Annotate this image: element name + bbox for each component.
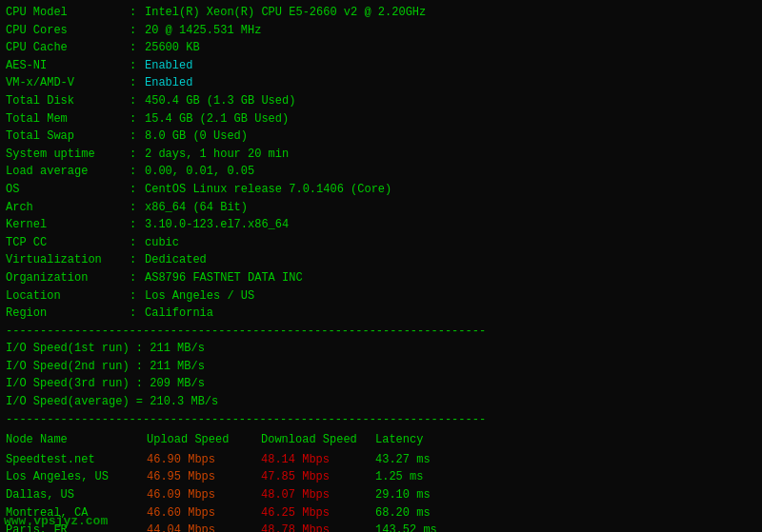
table-row: Paris, FR 44.04 Mbps 48.78 Mbps 143.52 m… xyxy=(6,522,756,532)
latency: 1.25 ms xyxy=(375,468,471,486)
uptime-label: System uptime xyxy=(6,146,130,164)
org-row: Organization : AS8796 FASTNET DATA INC xyxy=(6,269,756,287)
kernel-label: Kernel xyxy=(6,216,130,234)
vm-amd-value: Enabled xyxy=(145,74,192,92)
latency: 143.52 ms xyxy=(375,522,471,532)
latency: 68.20 ms xyxy=(375,504,471,522)
table-header: Node Name Upload Speed Download Speed La… xyxy=(6,430,756,451)
total-swap-row: Total Swap : 8.0 GB (0 Used) xyxy=(6,128,756,146)
vm-amd-row: VM-x/AMD-V : Enabled xyxy=(6,74,756,92)
upload-speed: 46.95 Mbps xyxy=(147,468,261,486)
cpu-cores-row: CPU Cores : 20 @ 1425.531 MHz xyxy=(6,22,756,40)
table-row: Dallas, US 46.09 Mbps 48.07 Mbps 29.10 m… xyxy=(6,486,756,504)
cpu-cache-label: CPU Cache xyxy=(6,39,130,57)
io-run3: I/O Speed(3rd run) : 209 MB/s xyxy=(6,375,756,393)
terminal: CPU Model : Intel(R) Xeon(R) CPU E5-2660… xyxy=(0,0,762,532)
cpu-model-row: CPU Model : Intel(R) Xeon(R) CPU E5-2660… xyxy=(6,4,756,22)
aes-ni-label: AES-NI xyxy=(6,57,130,75)
upload-speed: 44.04 Mbps xyxy=(147,522,261,532)
upload-speed: 46.90 Mbps xyxy=(147,451,261,469)
node-name: Los Angeles, US xyxy=(6,468,147,486)
region-row: Region : California xyxy=(6,305,756,323)
org-label: Organization xyxy=(6,269,130,287)
tcp-cc-row: TCP CC : cubic xyxy=(6,234,756,252)
location-label: Location xyxy=(6,287,130,305)
io-run1: I/O Speed(1st run) : 211 MB/s xyxy=(6,340,756,358)
uptime-row: System uptime : 2 days, 1 hour 20 min xyxy=(6,146,756,164)
download-speed: 48.78 Mbps xyxy=(261,522,375,532)
aes-ni-value: Enabled xyxy=(145,57,192,75)
load-row: Load average : 0.00, 0.01, 0.05 xyxy=(6,163,756,181)
latency: 43.27 ms xyxy=(375,451,471,469)
node-name: Speedtest.net xyxy=(6,451,147,469)
cpu-cores-label: CPU Cores xyxy=(6,22,130,40)
cpu-cache-row: CPU Cache : 25600 KB xyxy=(6,39,756,57)
col-header-download: Download Speed xyxy=(261,430,375,451)
total-mem-value: 15.4 GB (2.1 GB Used) xyxy=(145,110,289,128)
total-disk-value: 450.4 GB (1.3 GB Used) xyxy=(145,92,295,110)
upload-speed: 46.09 Mbps xyxy=(147,486,261,504)
total-disk-label: Total Disk xyxy=(6,92,130,110)
table-row: Los Angeles, US 46.95 Mbps 47.85 Mbps 1.… xyxy=(6,468,756,486)
download-speed: 48.14 Mbps xyxy=(261,451,375,469)
org-value: AS8796 FASTNET DATA INC xyxy=(145,269,303,287)
col-header-latency: Latency xyxy=(375,430,471,451)
table-row: Montreal, CA 46.60 Mbps 46.25 Mbps 68.20… xyxy=(6,504,756,522)
cpu-model-label: CPU Model xyxy=(6,4,130,22)
os-value: CentOS Linux release 7.0.1406 (Core) xyxy=(145,181,391,199)
watermark: www.vpsjyz.com xyxy=(4,514,108,528)
tcp-cc-label: TCP CC xyxy=(6,234,130,252)
virt-row: Virtualization : Dedicated xyxy=(6,251,756,269)
tcp-cc-value: cubic xyxy=(145,234,179,252)
region-value: California xyxy=(145,305,213,323)
latency: 29.10 ms xyxy=(375,486,471,504)
os-label: OS xyxy=(6,181,130,199)
location-value: Los Angeles / US xyxy=(145,287,254,305)
total-swap-value: 8.0 GB (0 Used) xyxy=(145,128,248,146)
virt-label: Virtualization xyxy=(6,251,130,269)
virt-value: Dedicated xyxy=(145,251,207,269)
location-row: Location : Los Angeles / US xyxy=(6,287,756,305)
node-name: Dallas, US xyxy=(6,486,147,504)
region-label: Region xyxy=(6,305,130,323)
io-avg: I/O Speed(average) = 210.3 MB/s xyxy=(6,393,756,411)
os-row: OS : CentOS Linux release 7.0.1406 (Core… xyxy=(6,181,756,199)
arch-value: x86_64 (64 Bit) xyxy=(145,199,248,217)
cpu-cores-value: 20 @ 1425.531 MHz xyxy=(145,22,261,40)
aes-ni-row: AES-NI : Enabled xyxy=(6,57,756,75)
col-header-node: Node Name xyxy=(6,430,147,451)
cpu-cache-value: 25600 KB xyxy=(145,39,200,57)
total-mem-row: Total Mem : 15.4 GB (2.1 GB Used) xyxy=(6,110,756,128)
download-speed: 46.25 Mbps xyxy=(261,504,375,522)
col-header-upload: Upload Speed xyxy=(147,430,261,451)
upload-speed: 46.60 Mbps xyxy=(147,504,261,522)
table-row: Speedtest.net 46.90 Mbps 48.14 Mbps 43.2… xyxy=(6,451,756,469)
kernel-row: Kernel : 3.10.0-123.el7.x86_64 xyxy=(6,216,756,234)
arch-row: Arch : x86_64 (64 Bit) xyxy=(6,199,756,217)
total-mem-label: Total Mem xyxy=(6,110,130,128)
io-run2: I/O Speed(2nd run) : 211 MB/s xyxy=(6,358,756,376)
cpu-model-value: Intel(R) Xeon(R) CPU E5-2660 v2 @ 2.20GH… xyxy=(145,4,426,22)
total-disk-row: Total Disk : 450.4 GB (1.3 GB Used) xyxy=(6,92,756,110)
download-speed: 48.07 Mbps xyxy=(261,486,375,504)
vm-amd-label: VM-x/AMD-V xyxy=(6,74,130,92)
arch-label: Arch xyxy=(6,199,130,217)
download-speed: 47.85 Mbps xyxy=(261,468,375,486)
load-value: 0.00, 0.01, 0.05 xyxy=(145,163,254,181)
speed-table: Speedtest.net 46.90 Mbps 48.14 Mbps 43.2… xyxy=(6,451,756,532)
total-swap-label: Total Swap xyxy=(6,128,130,146)
load-label: Load average xyxy=(6,163,130,181)
uptime-value: 2 days, 1 hour 20 min xyxy=(145,146,289,164)
kernel-value: 3.10.0-123.el7.x86_64 xyxy=(145,216,289,234)
divider-1: ----------------------------------------… xyxy=(6,323,756,341)
divider-2: ----------------------------------------… xyxy=(6,411,756,429)
